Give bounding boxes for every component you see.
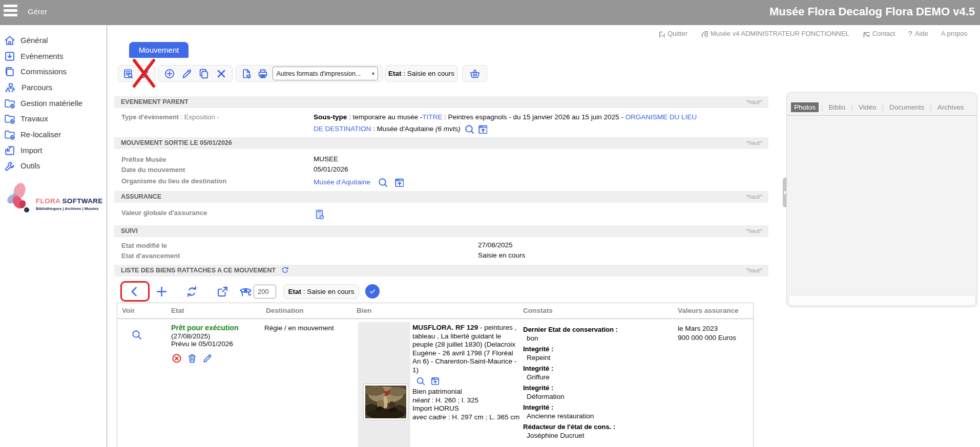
event-box-icon	[4, 50, 15, 62]
haut-link[interactable]: ^haut^	[746, 137, 762, 149]
haut-link[interactable]: ^haut^	[746, 96, 762, 108]
section-assurance: ASSURANCE ^haut^	[114, 191, 768, 203]
musee-aquitaine-link[interactable]: Musée d'Aquitaine	[314, 178, 370, 186]
sidebar-item-import[interactable]: Import	[0, 142, 107, 158]
sidebar-item-evenements[interactable]: Evènements	[0, 48, 107, 64]
evenement-parent-value: Sous-type : temporaire au musée -TITRE :…	[314, 112, 777, 135]
user-account[interactable]: Musée v4 ADMINISTRATEUR FONCTIONNEL	[700, 30, 849, 37]
print-format-select[interactable]: Autres formats d'impression...▾	[273, 67, 378, 80]
delete-icon[interactable]	[215, 68, 227, 80]
folders-icon	[4, 66, 15, 77]
search-icon[interactable]	[377, 177, 387, 187]
add-icon[interactable]	[163, 68, 176, 80]
sidebar-nav: Général Evènements Commissions Parcours …	[0, 32, 107, 174]
list-etat-indicator: Etat : Saisie en cours	[283, 284, 359, 299]
valeurs-cell: le Mars 2023 900 000 000 Euros	[678, 324, 736, 342]
etat-indicator: Etat : Saisie en cours	[385, 65, 457, 82]
section-mouvement-sortie: MOUVEMENT SORTIE LE 05/01/2026 ^haut^	[114, 137, 768, 149]
count-input[interactable]	[254, 285, 276, 299]
sidebar-item-travaux[interactable]: Travaux	[0, 111, 107, 126]
sidebar-item-general[interactable]: Général	[0, 32, 107, 48]
search-icon[interactable]	[464, 123, 474, 134]
open-record-icon[interactable]	[477, 123, 487, 134]
tab-photos[interactable]: Photos	[791, 102, 819, 112]
top-bar: Gérer Musée Flora Decalog Flora DEMO v4.…	[0, 0, 980, 25]
folder-globe-icon	[4, 97, 15, 109]
back-icon[interactable]	[128, 285, 141, 299]
printer-icon[interactable]	[257, 68, 269, 80]
sidebar-item-commissions[interactable]: Commissions	[0, 63, 107, 79]
contact-link[interactable]: Contact	[862, 30, 895, 37]
bien-thumbnail[interactable]	[363, 384, 408, 420]
calculator-icon[interactable]	[314, 208, 325, 221]
hamburger-menu-icon[interactable]	[4, 5, 17, 17]
basket-icon[interactable]	[469, 68, 481, 80]
cancel-icon[interactable]	[171, 353, 182, 364]
edit-row-icon[interactable]	[202, 353, 213, 364]
tab-mouvement[interactable]: Mouvement	[129, 42, 189, 58]
table-header: Voir Etat Destination Bien Constats Vale…	[117, 303, 753, 319]
flora-butterfly-icon	[4, 182, 33, 215]
import-icon	[4, 144, 15, 156]
copy-icon[interactable]	[198, 68, 210, 80]
sidebar: Général Evènements Commissions Parcours …	[0, 25, 107, 447]
confirm-check-button[interactable]	[365, 284, 380, 299]
brand-software: SOFTWARE	[62, 197, 103, 205]
organisme-destination-value: Musée d'Aquitaine	[314, 177, 404, 187]
folder-globe-icon	[4, 113, 15, 124]
col-bien: Bien	[357, 307, 371, 314]
view-icon[interactable]	[131, 329, 143, 341]
search-form-icon[interactable]	[122, 68, 135, 80]
disabled-link-icon[interactable]	[138, 68, 151, 80]
export-icon[interactable]	[216, 285, 230, 299]
recycle-icon[interactable]	[185, 285, 199, 299]
print-document-icon[interactable]	[240, 68, 253, 80]
media-panel: Photos| Biblio| Vidéo| Documents| Archiv…	[786, 92, 977, 307]
col-destination: Destination	[266, 307, 304, 314]
sidebar-item-parcours[interactable]: Parcours	[0, 79, 107, 95]
section-suivi: SUIVI ^haut^	[114, 225, 768, 237]
refresh-icon[interactable]	[281, 266, 289, 274]
sidebar-item-outils[interactable]: Outils	[0, 158, 107, 174]
painting-image	[365, 386, 406, 418]
prefixe-musee-label: Préfixe Musée	[121, 156, 166, 163]
haut-link[interactable]: ^haut^	[746, 225, 762, 237]
valeur-assurance-label: Valeur globale d'assurance	[121, 209, 207, 217]
toolbar-group-edit	[158, 65, 233, 82]
section-evenement-parent: EVENEMENT PARENT ^haut^	[114, 96, 768, 108]
tab-archives[interactable]: Archives	[934, 102, 967, 112]
haut-link[interactable]: ^haut^	[746, 265, 762, 276]
prefixe-musee-value: MUSEE	[314, 155, 338, 163]
flora-logo: FLORA SOFTWARE Bibliothèques | Archives …	[4, 182, 107, 217]
check-icon	[369, 288, 376, 295]
open-record-icon[interactable]	[430, 376, 441, 387]
titre-link[interactable]: TITRE	[422, 113, 442, 121]
organisme-destination-label: Organisme du lieu de destination	[121, 177, 226, 185]
bien-cell: MUSFLORA. RF 129 - peintures , tableau ,…	[412, 324, 523, 421]
eye-horus-icon[interactable]	[239, 285, 253, 299]
search-icon[interactable]	[415, 376, 426, 387]
organisme-lieu-link[interactable]: ORGANISME DU LIEU	[625, 113, 697, 121]
quitter-link[interactable]: Quitter	[657, 30, 687, 37]
panel-scrollbar[interactable]	[788, 295, 976, 306]
trash-icon[interactable]	[186, 353, 198, 364]
tab-video[interactable]: Vidéo	[856, 102, 879, 112]
sitemap-icon	[5, 82, 15, 92]
etat-modifie-value: 27/08/2025	[478, 241, 513, 249]
sidebar-item-gestion-materielle[interactable]: Gestion matérielle	[0, 95, 107, 111]
menu-label[interactable]: Gérer	[28, 7, 47, 16]
home-icon	[4, 34, 15, 46]
col-etat: Etat	[171, 307, 184, 314]
col-constats: Constats	[523, 307, 553, 314]
tab-biblio[interactable]: Biblio	[826, 102, 849, 112]
apropos-link[interactable]: A propos	[941, 30, 967, 37]
open-record-icon[interactable]	[393, 177, 404, 187]
organisme-lieu-link-2[interactable]: DE DESTINATION	[314, 125, 371, 133]
haut-link[interactable]: ^haut^	[746, 191, 762, 203]
tab-documents[interactable]: Documents	[886, 102, 927, 112]
wrench-icon	[4, 160, 15, 172]
aide-link[interactable]: ?Aide	[908, 29, 928, 38]
edit-icon[interactable]	[181, 68, 193, 80]
add-item-icon[interactable]	[155, 285, 169, 299]
sidebar-item-relocaliser[interactable]: Re-localiser	[0, 126, 107, 142]
